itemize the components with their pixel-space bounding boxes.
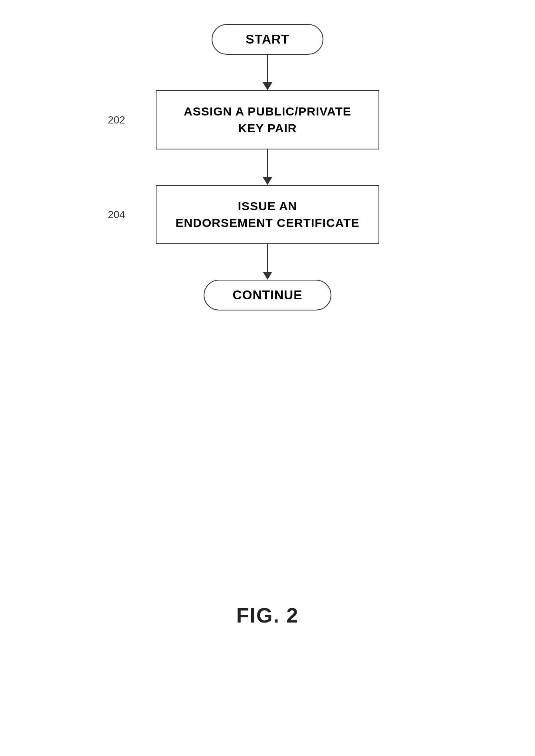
figure-caption: FIG. 2 xyxy=(236,603,299,627)
arrow-head-3 xyxy=(263,272,272,280)
flowchart: START 202 ASSIGN A PUBLIC/PRIVATE KEY PA… xyxy=(156,24,379,310)
step-204-wrapper: 204 ISSUE AN ENDORSEMENT CERTIFICATE xyxy=(156,185,379,244)
diagram-container: START 202 ASSIGN A PUBLIC/PRIVATE KEY PA… xyxy=(0,0,535,579)
arrow-line-2 xyxy=(267,149,268,177)
label-204: 204 xyxy=(108,209,125,221)
arrow-line-1 xyxy=(267,55,268,83)
start-node: START xyxy=(212,24,323,55)
step-202-wrapper: 202 ASSIGN A PUBLIC/PRIVATE KEY PAIR xyxy=(156,90,379,149)
arrow-2 xyxy=(263,149,272,185)
arrow-head-2 xyxy=(263,177,272,185)
arrow-head-1 xyxy=(263,82,272,90)
arrow-line-3 xyxy=(267,244,268,272)
arrow-3 xyxy=(263,244,272,280)
step-204-node: ISSUE AN ENDORSEMENT CERTIFICATE xyxy=(156,185,379,244)
continue-node: CONTINUE xyxy=(204,280,331,310)
label-202: 202 xyxy=(108,114,125,126)
step-202-node: ASSIGN A PUBLIC/PRIVATE KEY PAIR xyxy=(156,90,379,149)
arrow-1 xyxy=(263,55,272,90)
